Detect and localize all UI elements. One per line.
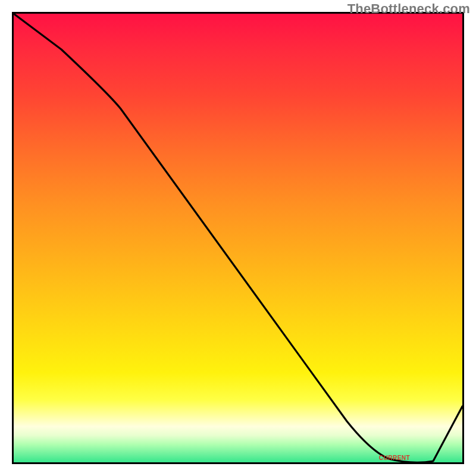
bottleneck-curve-path (14, 14, 462, 462)
bottleneck-chart: TheBottleneck.com CURRENT (0, 0, 476, 476)
watermark-text: TheBottleneck.com (347, 1, 470, 17)
curve-layer (14, 14, 462, 462)
plot-frame: CURRENT (12, 12, 464, 464)
optimal-marker: CURRENT (379, 455, 410, 461)
